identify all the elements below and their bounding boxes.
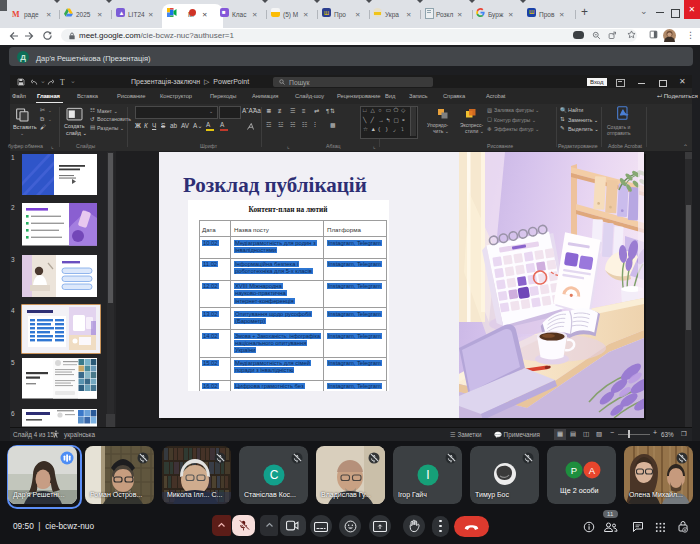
svg-text:І: І <box>426 468 429 482</box>
svg-text:С: С <box>270 468 279 482</box>
svg-text:А: А <box>589 465 596 476</box>
svg-text:Р: Р <box>571 465 577 476</box>
